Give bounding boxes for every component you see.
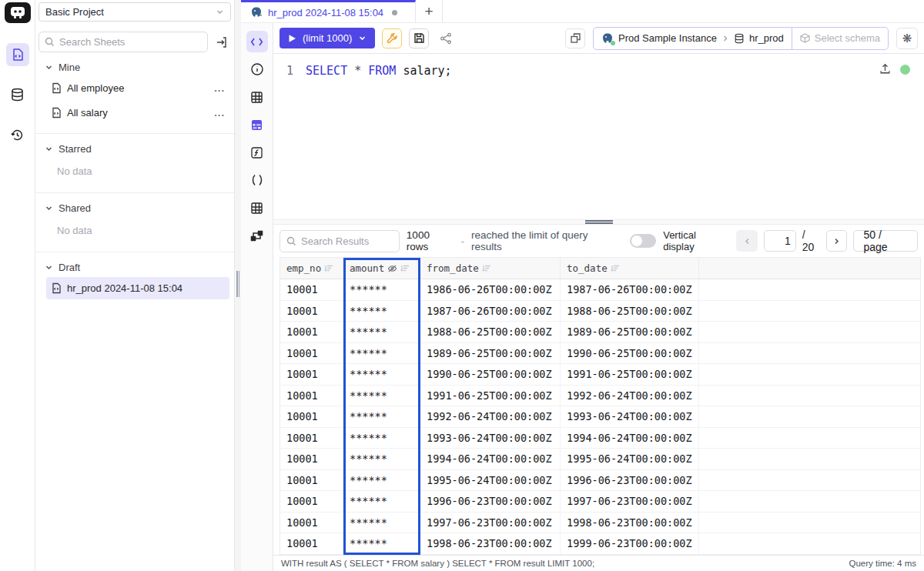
table-cell[interactable]: 10001	[280, 406, 343, 427]
table-cell[interactable]: 1993-06-24T00:00:00Z	[420, 428, 561, 449]
table-cell[interactable]: 10001	[280, 279, 343, 300]
table-cell[interactable]: 10001	[280, 386, 343, 406]
table-cell[interactable]: 1995-06-24T00:00:00Z	[420, 470, 561, 491]
panel-splitter[interactable]	[273, 219, 924, 225]
table-cell[interactable]: 1989-06-25T00:00:00Z	[561, 322, 699, 342]
run-query-button[interactable]: (limit 1000)	[280, 28, 375, 48]
table-cell[interactable]: 1990-06-25T00:00:00Z	[561, 343, 699, 364]
table-cell[interactable]: 10001	[280, 513, 343, 533]
table-cell[interactable]: 1988-06-25T00:00:00Z	[561, 301, 699, 322]
table-cell[interactable]: 1992-06-24T00:00:00Z	[420, 406, 561, 427]
table-cell[interactable]: 1997-06-23T00:00:00Z	[420, 513, 561, 533]
table-cell[interactable]: 1995-06-24T00:00:00Z	[561, 449, 699, 469]
sql-code-editor[interactable]: 1 SELECT * FROM salary;	[273, 54, 924, 219]
sort-icon[interactable]	[324, 264, 334, 273]
table-cell[interactable]: 1996-06-23T00:00:00Z	[420, 491, 561, 512]
next-page-button[interactable]	[826, 230, 848, 252]
table-cell[interactable]: ******	[343, 470, 420, 491]
table-cell[interactable]: 1990-06-25T00:00:00Z	[420, 364, 561, 385]
export-icon[interactable]	[879, 63, 891, 75]
databases-nav-button[interactable]	[6, 83, 29, 106]
table-cell[interactable]: 1998-06-23T00:00:00Z	[420, 533, 561, 554]
vertical-display-toggle[interactable]	[630, 234, 656, 248]
history-nav-button[interactable]	[6, 123, 29, 146]
share-sheet-button[interactable]	[436, 28, 456, 48]
new-tab-button[interactable]: +	[416, 0, 443, 22]
table-cell[interactable]: 1988-06-25T00:00:00Z	[420, 322, 561, 342]
table-cell[interactable]: ******	[343, 533, 420, 554]
table-cell[interactable]: 1991-06-25T00:00:00Z	[561, 364, 699, 385]
table-cell[interactable]: 10001	[280, 322, 343, 342]
sheet-item-draft-hr-prod[interactable]: hr_prod 2024-11-08 15:04	[46, 277, 229, 299]
bytebase-logo[interactable]	[5, 2, 31, 23]
batch-query-button[interactable]	[565, 28, 585, 48]
tables-panel-button[interactable]	[246, 86, 268, 108]
procedures-panel-button[interactable]	[246, 169, 268, 191]
section-draft-header[interactable]: Draft	[45, 260, 225, 275]
table-cell[interactable]: 10001	[280, 491, 343, 512]
table-cell[interactable]: ******	[343, 343, 420, 364]
sort-icon[interactable]	[482, 264, 492, 273]
table-cell[interactable]: 1986-06-26T00:00:00Z	[420, 279, 561, 300]
ai-assistant-button[interactable]: ❋	[896, 28, 918, 49]
table-cell[interactable]: 10001	[280, 449, 343, 469]
project-select[interactable]: Basic Project	[38, 2, 231, 22]
table-cell[interactable]: ******	[343, 364, 420, 385]
more-options-button[interactable]: ...	[214, 107, 225, 119]
table-cell[interactable]: 1987-06-26T00:00:00Z	[561, 279, 699, 300]
column-header-to-date[interactable]: to_date	[561, 258, 699, 279]
table-cell[interactable]: ******	[343, 449, 420, 469]
section-starred-header[interactable]: Starred	[45, 142, 225, 156]
table-cell[interactable]: ******	[343, 491, 420, 512]
table-data-panel-button[interactable]	[246, 114, 268, 135]
table-cell[interactable]: 1997-06-23T00:00:00Z	[561, 491, 699, 512]
table-cell[interactable]: 10001	[280, 428, 343, 449]
table-cell[interactable]: 10001	[280, 343, 343, 364]
sidebar-resize-gutter[interactable]	[235, 0, 241, 571]
table-cell[interactable]: 1994-06-24T00:00:00Z	[420, 449, 561, 469]
user-avatar[interactable]: DE	[896, 2, 916, 22]
table-cell[interactable]: 1993-06-24T00:00:00Z	[561, 406, 699, 427]
table-cell[interactable]: 1991-06-25T00:00:00Z	[420, 386, 561, 406]
sort-icon[interactable]	[611, 264, 621, 273]
more-options-button[interactable]: ...	[214, 82, 225, 94]
views-panel-button[interactable]	[246, 197, 268, 219]
info-panel-button[interactable]	[246, 58, 268, 80]
table-cell[interactable]: ******	[343, 301, 420, 322]
sheet-item-all-employee[interactable]: All employee ...	[46, 77, 229, 99]
table-cell[interactable]: 1992-06-24T00:00:00Z	[561, 386, 699, 406]
section-mine-header[interactable]: Mine	[45, 60, 225, 75]
instance-database-select[interactable]: Prod Sample Instance hr_prod	[594, 28, 792, 49]
code-panel-button[interactable]	[246, 31, 268, 52]
table-cell[interactable]: ******	[343, 513, 420, 533]
search-results-input[interactable]: Search Results	[280, 230, 400, 252]
table-cell[interactable]: 1987-06-26T00:00:00Z	[420, 301, 561, 322]
table-cell[interactable]: 1998-06-23T00:00:00Z	[561, 513, 699, 533]
table-cell[interactable]: ******	[343, 406, 420, 427]
sheets-nav-button[interactable]	[6, 43, 29, 66]
table-cell[interactable]: 10001	[280, 533, 343, 554]
table-cell[interactable]: 1989-06-25T00:00:00Z	[420, 343, 561, 364]
resize-handle[interactable]	[236, 271, 239, 297]
schema-select[interactable]: Select schema	[792, 28, 888, 49]
table-cell[interactable]: ******	[343, 279, 420, 300]
table-cell[interactable]: ******	[343, 322, 420, 342]
table-cell[interactable]: 1994-06-24T00:00:00Z	[561, 428, 699, 449]
table-cell[interactable]: ******	[343, 428, 420, 449]
sort-icon[interactable]	[400, 264, 410, 273]
prev-page-button[interactable]	[736, 230, 758, 252]
table-cell[interactable]: 10001	[280, 301, 343, 322]
table-cell[interactable]: 10001	[280, 364, 343, 385]
save-sheet-button[interactable]	[409, 28, 429, 48]
table-cell[interactable]: ******	[343, 386, 420, 406]
page-number-input[interactable]	[764, 230, 796, 252]
table-cell[interactable]: 1999-06-23T00:00:00Z	[561, 533, 699, 554]
section-shared-header[interactable]: Shared	[45, 201, 225, 215]
sheet-search-input[interactable]: Search Sheets	[38, 32, 208, 52]
column-header-from-date[interactable]: from_date	[420, 258, 561, 279]
table-cell[interactable]: 10001	[280, 470, 343, 491]
import-sheet-button[interactable]	[213, 33, 231, 52]
table-cell[interactable]: 1996-06-23T00:00:00Z	[561, 470, 699, 491]
page-size-select[interactable]: 50 / page	[853, 230, 918, 252]
sheet-item-all-salary[interactable]: All salary ...	[46, 102, 229, 124]
